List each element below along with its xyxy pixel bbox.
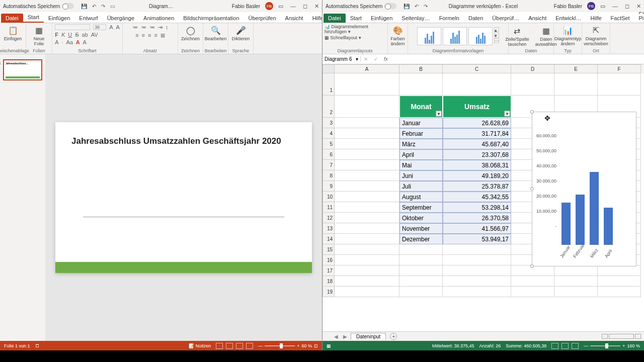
worksheet-grid[interactable]: A B C D E F 12Monat▾Umsatz▾3Januar26.628… — [323, 64, 644, 331]
tab-bildschirm[interactable]: Bildschirmpräsentation — [179, 14, 244, 23]
slideshow-icon[interactable]: ▭ — [110, 4, 115, 9]
undo-icon[interactable]: ↶ — [92, 4, 96, 9]
tab-factset[interactable]: FactSet — [606, 14, 634, 23]
col-E[interactable]: E — [554, 64, 598, 73]
maximize-icon[interactable]: ◻ — [303, 3, 307, 10]
avatar[interactable]: FB — [265, 2, 273, 10]
redo-icon[interactable]: ↷ — [101, 4, 105, 9]
tab-ueberpruefen[interactable]: Überprüfen — [244, 14, 281, 23]
charttype-button[interactable]: 📊Diagrammtyp ändern — [552, 24, 584, 47]
pp-titlebar: Automatisches Speichern 💾 ↶ ↷ ▭ Diagram…… — [0, 0, 322, 12]
close-icon[interactable]: ✕ — [314, 3, 319, 10]
tab-ansicht[interactable]: Ansicht — [281, 14, 308, 23]
xl-statusbar: ▦ Mittelwert: 38.375,45 Anzahl: 26 Summe… — [323, 341, 644, 350]
paste-button[interactable]: 📋Einfügen — [2, 24, 24, 42]
status-mittelwert: Mittelwert: 38.375,45 — [432, 343, 474, 348]
slide-subtitle[interactable] — [83, 217, 284, 217]
tab-ueberpruefen[interactable]: Überprüf… — [488, 14, 524, 23]
col-F[interactable]: F — [598, 64, 641, 73]
tab-entwickler[interactable]: Entwickl… — [551, 14, 586, 23]
movechart-button[interactable]: ⇱Diagramm verschieben — [582, 24, 610, 47]
tab-animationen[interactable]: Animationen — [139, 14, 179, 23]
switch-rowcol-button[interactable]: ⇄Zeile/Spalte tauschen — [503, 25, 531, 48]
tab-datei[interactable]: Datei — [1, 14, 23, 23]
xl-titlebar: Automatisches Speichern 💾 ↶ ↷ Diagramme … — [323, 0, 644, 12]
formula-bar: Diagramm 6▾ ✕ ✓ fx — [323, 54, 644, 64]
autosave-toggle[interactable]: Automatisches Speichern — [0, 3, 77, 9]
tab-uebergaenge[interactable]: Übergänge — [103, 14, 139, 23]
sheet-nav-prev[interactable]: ◀ — [333, 334, 340, 339]
doc-title: Diagram… — [149, 4, 173, 9]
spellcheck-icon[interactable]: 🗒 — [35, 343, 40, 348]
slide-thumbnails: 1 Jahresabschluss… — [0, 54, 45, 341]
hscroll[interactable] — [602, 334, 644, 339]
col-D[interactable]: D — [511, 64, 554, 73]
tab-ansicht[interactable]: Ansicht — [524, 14, 551, 23]
doc-title: Diagramme verknüpfen - Excel — [449, 4, 518, 9]
view-buttons[interactable] — [551, 343, 579, 349]
ribbon-mode-icon[interactable]: ▭ — [278, 3, 283, 10]
tab-start[interactable]: Start — [346, 14, 366, 23]
save-icon[interactable]: 💾 — [81, 4, 87, 9]
sheet-nav-next[interactable]: ▶ — [342, 334, 349, 339]
sheet-tab-dateninput[interactable]: Dateninput — [351, 333, 386, 340]
chart-object[interactable]: 60.000,0050.000,0040.000,0030.000,0020.0… — [532, 112, 636, 266]
ribbon-mode-icon[interactable]: ▭ — [600, 3, 605, 10]
avatar[interactable]: FB — [587, 2, 595, 10]
autosave-toggle[interactable]: Automatisches Speichern — [323, 3, 399, 9]
mode-icon: ▦ — [327, 343, 331, 348]
col-A[interactable]: A — [335, 64, 399, 73]
tab-seitenlayout[interactable]: Seitenlay… — [397, 14, 434, 23]
undo-icon[interactable]: ↶ — [415, 4, 419, 9]
slide-canvas[interactable]: Jahresabschluss Umsatzzahlen Geschäftsja… — [55, 122, 312, 273]
close-icon[interactable]: ✕ — [636, 3, 641, 10]
pp-ribbon-tabs: Datei Start Einfügen Entwurf Übergänge A… — [0, 12, 322, 23]
tab-einfuegen[interactable]: Einfügen — [366, 14, 397, 23]
status-anzahl: Anzahl: 26 — [479, 343, 501, 348]
save-icon[interactable]: 💾 — [404, 4, 410, 9]
slide-footer-bar — [55, 262, 312, 273]
quicklayout-button[interactable]: ▦ Schnelllayout ▾ — [325, 35, 361, 40]
select-all-corner[interactable] — [323, 64, 335, 73]
tab-hilfe[interactable]: Hilfe — [586, 14, 606, 23]
maximize-icon[interactable]: ◻ — [625, 3, 629, 10]
add-sheet-button[interactable]: + — [390, 333, 397, 340]
edit-button[interactable]: 🔍Bearbeiten — [203, 24, 229, 42]
tab-einfuegen[interactable]: Einfügen — [44, 14, 74, 23]
draw-button[interactable]: ◯Zeichnen — [179, 24, 202, 42]
view-buttons[interactable] — [216, 343, 253, 349]
new-slide-button[interactable]: ▦Neue Folie — [32, 24, 47, 47]
tab-formeln[interactable]: Formeln — [435, 14, 464, 23]
tab-start[interactable]: Start — [23, 13, 44, 23]
powerpoint-window: Automatisches Speichern 💾 ↶ ↷ ▭ Diagram…… — [0, 0, 322, 350]
chart-styles[interactable]: ▴▾⋯ — [417, 27, 499, 45]
cancel-icon[interactable]: ✕ — [361, 56, 371, 62]
chart-bars: JanuarFebruarMärzApril — [558, 133, 634, 245]
minimize-icon[interactable]: — — [290, 3, 296, 10]
pp-ribbon: 📋Einfügen Zwischenablage ▦Neue Folie Fol… — [0, 23, 322, 54]
sheet-tabs: ◀ ▶ Dateninput + — [323, 331, 644, 341]
dictate-button[interactable]: 🎤Diktieren — [230, 24, 252, 42]
col-B[interactable]: B — [399, 64, 443, 73]
tab-daten[interactable]: Daten — [464, 14, 488, 23]
tab-datei[interactable]: Datei — [324, 14, 346, 23]
add-element-button[interactable]: 📊 Diagrammelement hinzufügen ▾ — [325, 24, 385, 34]
status-summe: Summe: 460.505,38 — [506, 343, 546, 348]
chart-yaxis: 60.000,0050.000,0040.000,0030.000,0020.0… — [536, 133, 558, 229]
pp-statusbar: Folie 1 von 1 🗒 📝 Notizen — + 60 % ⊡ — [0, 341, 322, 350]
minimize-icon[interactable]: — — [612, 3, 618, 10]
slide-thumb-1[interactable]: 1 Jahresabschluss… — [3, 59, 42, 80]
zoom-slider[interactable]: — + 60 % ⊡ — [258, 343, 318, 348]
colors-button[interactable]: 🎨Farben ändern — [388, 24, 407, 47]
name-box[interactable]: Diagramm 6▾ — [323, 56, 361, 62]
slide-counter: Folie 1 von 1 — [4, 343, 30, 348]
fx-icon[interactable]: fx — [381, 56, 391, 62]
xl-ribbon: 📊 Diagrammelement hinzufügen ▾ ▦ Schnell… — [323, 23, 644, 54]
redo-icon[interactable]: ↷ — [424, 4, 428, 9]
enter-icon[interactable]: ✓ — [371, 56, 381, 62]
zoom-slider[interactable]: — + 160 % — [584, 343, 640, 348]
slide-title[interactable]: Jahresabschluss Umsatzzahlen Geschäftsja… — [71, 136, 296, 146]
notes-button[interactable]: 📝 Notizen — [189, 343, 211, 348]
col-C[interactable]: C — [443, 64, 511, 73]
tab-entwurf[interactable]: Entwurf — [74, 14, 102, 23]
